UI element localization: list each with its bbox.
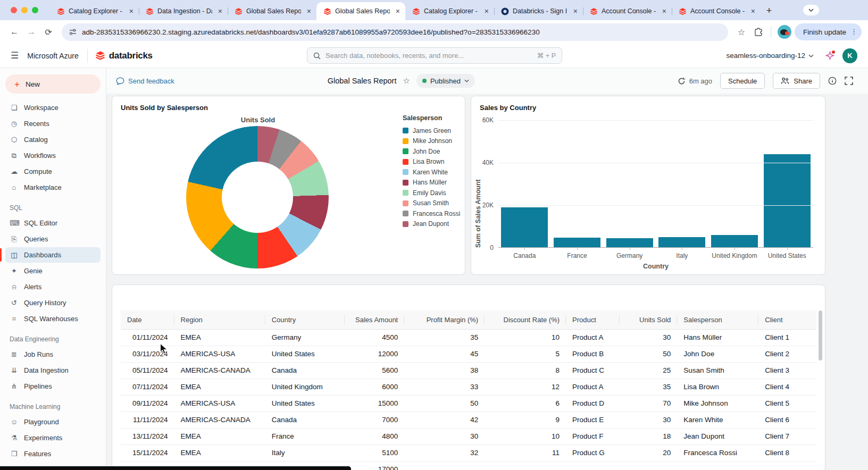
- table-row[interactable]: 15/11/2024EMEAItaly51003211Product G20Fr…: [121, 444, 816, 461]
- sidebar-item-queries[interactable]: ⎘Queries: [5, 231, 101, 247]
- sidebar-item-workflows[interactable]: ⧉Workflows: [5, 148, 101, 163]
- bar-united-kingdom[interactable]: [711, 235, 758, 248]
- chrome-profile-avatar[interactable]: [778, 25, 791, 39]
- minimize-window-icon[interactable]: [21, 7, 28, 13]
- browser-tab[interactable]: Catalog Explorer -×: [405, 2, 494, 20]
- bar-italy[interactable]: [658, 237, 705, 248]
- tab-close-icon[interactable]: ×: [305, 7, 313, 15]
- column-header-client[interactable]: Client: [758, 310, 816, 329]
- bookmark-star-icon[interactable]: ☆: [733, 24, 749, 40]
- refresh-status[interactable]: 6m ago: [678, 77, 712, 85]
- table-row[interactable]: 09/11/2024AMERICAS-USAUnited States15000…: [121, 395, 816, 412]
- column-header-product[interactable]: Product: [566, 310, 620, 329]
- sidebar-item-alerts[interactable]: ⍾Alerts: [5, 279, 101, 295]
- legend-item[interactable]: Emily Davis: [403, 188, 460, 198]
- column-header-country[interactable]: Country: [265, 310, 345, 329]
- sidebar-item-genie[interactable]: ✦Genie: [5, 263, 101, 279]
- donut-chart[interactable]: [186, 126, 329, 268]
- sidebar-item-features[interactable]: ❒Features: [5, 446, 101, 461]
- column-header-discount-rate-[interactable]: Discount Rate (%): [485, 310, 566, 329]
- legend-item[interactable]: Karen White: [403, 167, 460, 178]
- sidebar-item-sql-editor[interactable]: ⌨SQL Editor: [5, 215, 101, 231]
- table-row[interactable]: 03/11/2024AMERICAS-USAUnited States12000…: [121, 346, 816, 362]
- sidebar-item-job-runs[interactable]: ≣Job Runs: [5, 347, 101, 362]
- browser-menu-icon[interactable]: ⋮: [850, 29, 857, 35]
- close-window-icon[interactable]: [11, 7, 17, 13]
- zoom-window-icon[interactable]: [32, 7, 38, 13]
- column-header-sales-amount[interactable]: Sales Amount: [345, 310, 405, 329]
- tab-close-icon[interactable]: ×: [571, 7, 580, 15]
- bar-germany[interactable]: [606, 238, 653, 248]
- column-header-salesperson[interactable]: Salesperson: [677, 310, 758, 329]
- sidebar-item-pipelines[interactable]: ⋔Pipelines: [5, 379, 101, 394]
- legend-item[interactable]: Mike Johnson: [403, 136, 460, 147]
- info-button[interactable]: [828, 77, 837, 85]
- browser-tab[interactable]: Account Console -×: [583, 2, 672, 20]
- sidebar-item-sql-warehouses[interactable]: ⌗SQL Warehouses: [5, 311, 101, 326]
- send-feedback-link[interactable]: Send feedback: [113, 77, 178, 86]
- sidebar-item-compute[interactable]: ☁Compute: [5, 164, 101, 179]
- sidebar-item-query-history[interactable]: ↺Query History: [5, 295, 101, 310]
- sidebar-item-catalog[interactable]: ⬡Catalog: [5, 132, 101, 147]
- tab-close-icon[interactable]: ×: [216, 7, 224, 15]
- site-settings-icon[interactable]: [69, 28, 77, 36]
- legend-item[interactable]: Francesca Rossi: [403, 208, 460, 219]
- sidebar-item-playground[interactable]: ☺Playground: [5, 414, 101, 430]
- sidebar-item-marketplace[interactable]: ⌂Marketplace: [5, 180, 101, 195]
- publish-status-dropdown[interactable]: Published: [416, 74, 475, 88]
- browser-tab[interactable]: Global Sales Repor×: [316, 2, 405, 20]
- new-button[interactable]: + New: [5, 74, 101, 94]
- sidebar-item-dashboards[interactable]: ◫Dashboards: [5, 247, 101, 263]
- table-row[interactable]: 05/11/2024AMERICAS-CANADACanada5600388Pr…: [121, 362, 816, 379]
- user-avatar[interactable]: K: [842, 48, 857, 63]
- bar-france[interactable]: [554, 238, 600, 248]
- browser-tab[interactable]: Data Ingestion - Da×: [139, 2, 228, 20]
- legend-item[interactable]: Lisa Brown: [403, 157, 460, 167]
- back-button[interactable]: ←: [6, 24, 22, 40]
- sidebar-item-data-ingestion[interactable]: ⇊Data Ingestion: [5, 363, 101, 378]
- new-tab-button[interactable]: +: [762, 3, 777, 18]
- fullscreen-button[interactable]: [845, 77, 853, 85]
- browser-tab[interactable]: Account Console -×: [672, 2, 761, 20]
- column-header-region[interactable]: Region: [174, 310, 265, 329]
- favorite-star-icon[interactable]: ☆: [403, 76, 410, 86]
- table-row[interactable]: 07/11/2024EMEAUnited Kingdom60003312Prod…: [121, 379, 816, 395]
- sidebar-item-recents[interactable]: ◷Recents: [5, 116, 101, 131]
- share-button[interactable]: Share: [773, 73, 820, 89]
- browser-tab[interactable]: Global Sales Repor×: [228, 2, 316, 20]
- browser-tab[interactable]: Databricks - Sign I×: [494, 2, 583, 20]
- tab-close-icon[interactable]: ×: [127, 7, 136, 15]
- tab-close-icon[interactable]: ×: [394, 7, 402, 15]
- databricks-logo[interactable]: databricks: [95, 51, 153, 61]
- global-search-input[interactable]: Search data, notebooks, recents, and mor…: [307, 47, 562, 64]
- column-header-date[interactable]: Date: [121, 310, 174, 329]
- legend-item[interactable]: Jean Dupont: [403, 219, 460, 230]
- legend-item[interactable]: Hans Müller: [403, 178, 460, 188]
- finish-update-button[interactable]: Finish update ⋮: [795, 23, 862, 40]
- table-scrollbar-thumb[interactable]: [819, 310, 822, 360]
- legend-item[interactable]: John Doe: [403, 146, 460, 157]
- reload-button[interactable]: ⟳: [40, 24, 56, 40]
- extensions-icon[interactable]: [750, 24, 766, 40]
- workspace-switcher[interactable]: seamless-onboarding-12: [723, 51, 817, 60]
- sidebar-item-experiments[interactable]: ⚗Experiments: [5, 430, 101, 446]
- tab-close-icon[interactable]: ×: [660, 7, 669, 15]
- legend-item[interactable]: James Green: [403, 125, 460, 136]
- url-text[interactable]: adb-2835315336966230.2.staging.azuredata…: [82, 28, 540, 36]
- table-row[interactable]: 01/11/2024EMEAGermany45003510Product A30…: [121, 329, 816, 346]
- column-header-profit-margin-[interactable]: Profit Margin (%): [404, 310, 485, 329]
- bar-canada[interactable]: [501, 207, 548, 248]
- address-bar[interactable]: adb-2835315336966230.2.staging.azuredata…: [62, 23, 728, 41]
- table-row[interactable]: 13/11/2024EMEAFrance48003010Product F18J…: [121, 428, 816, 444]
- tab-close-icon[interactable]: ×: [749, 7, 757, 15]
- tab-search-chevron-button[interactable]: [803, 5, 819, 15]
- column-header-units-sold[interactable]: Units Sold: [620, 310, 678, 329]
- schedule-button[interactable]: Schedule: [720, 73, 765, 89]
- table-row[interactable]: 11/11/2024AMERICAS-CANADACanada7000429Pr…: [121, 412, 816, 428]
- bar-united-states[interactable]: [764, 154, 811, 248]
- hamburger-menu-icon[interactable]: ☰: [11, 50, 19, 61]
- tab-close-icon[interactable]: ×: [482, 7, 491, 15]
- assistant-sparkle-icon[interactable]: [824, 51, 835, 61]
- browser-tab[interactable]: Catalog Explorer -×: [50, 2, 139, 20]
- legend-item[interactable]: Susan Smith: [403, 198, 460, 209]
